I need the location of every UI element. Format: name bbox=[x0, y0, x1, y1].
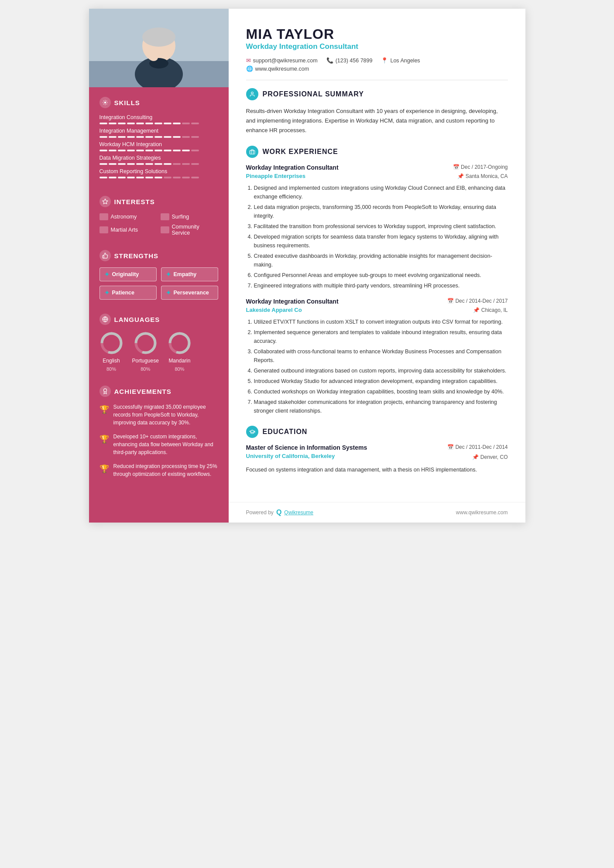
language-pct: 80% bbox=[106, 366, 116, 372]
job-bullet: Collaborated with cross-functional teams… bbox=[254, 347, 508, 365]
job-bullet: Implemented sequence generators and temp… bbox=[254, 328, 508, 345]
powered-by-label: Powered by bbox=[246, 509, 274, 516]
skill-dash bbox=[109, 136, 117, 138]
interest-label: Surfing bbox=[172, 214, 189, 220]
skill-dash bbox=[118, 150, 126, 151]
header-divider bbox=[246, 80, 508, 80]
svg-point-8 bbox=[149, 54, 158, 61]
skill-dash bbox=[191, 150, 199, 151]
strengths-grid: ✦Originality✦Empathy✦Patience✦Perseveran… bbox=[99, 267, 218, 300]
skill-dash bbox=[191, 123, 199, 124]
education-title: EDUCATION bbox=[246, 426, 508, 438]
achievement-text: Successfully migrated 35,000 employee re… bbox=[113, 403, 218, 427]
web-icon: 🌐 bbox=[246, 65, 253, 72]
job-bullet: Facilitated the transition from professi… bbox=[254, 222, 508, 231]
summary-text: Results-driven Workday Integration Consu… bbox=[246, 106, 508, 135]
skills-section: SKILLS Integration ConsultingIntegration… bbox=[89, 87, 229, 186]
skill-item: Workday HCM Integration bbox=[99, 141, 218, 151]
strength-label: Empathy bbox=[174, 271, 197, 277]
skill-item: Integration Management bbox=[99, 128, 218, 138]
education-section: EDUCATION Master of Science in Informati… bbox=[246, 426, 508, 474]
skill-dash bbox=[173, 163, 181, 165]
language-item: English 80% bbox=[99, 331, 123, 372]
job-bullet: Designed and implemented custom integrat… bbox=[254, 184, 508, 201]
qwik-logo-icon: Q bbox=[276, 509, 281, 516]
location-icon: 📍 bbox=[381, 57, 388, 64]
language-item: Mandarin 80% bbox=[168, 331, 192, 372]
skill-dash bbox=[154, 123, 162, 124]
skill-dash bbox=[136, 177, 144, 178]
skill-dash bbox=[164, 136, 172, 138]
job-bullet: Created executive dashboards in Workday,… bbox=[254, 252, 508, 269]
skill-dash bbox=[145, 150, 153, 151]
strength-icon: ✦ bbox=[104, 289, 110, 296]
skill-dash bbox=[127, 123, 135, 124]
footer-website: www.qwikresume.com bbox=[456, 509, 508, 516]
achievements-section: ACHIEVEMENTS 🏆Successfully migrated 35,0… bbox=[89, 376, 229, 489]
achievement-item: 🏆Successfully migrated 35,000 employee r… bbox=[99, 403, 218, 427]
strength-label: Perseverance bbox=[174, 290, 209, 296]
job-company: Lakeside Apparel Co bbox=[246, 307, 302, 313]
skill-dash bbox=[99, 136, 107, 138]
interests-icon bbox=[99, 196, 111, 207]
sidebar: SKILLS Integration ConsultingIntegration… bbox=[89, 9, 229, 523]
skill-bar bbox=[99, 150, 218, 151]
skill-dash bbox=[173, 150, 181, 151]
skill-dash bbox=[182, 177, 190, 178]
skill-dash bbox=[127, 177, 135, 178]
skill-bar bbox=[99, 123, 218, 124]
achievement-icon: 🏆 bbox=[99, 463, 109, 478]
skill-dash bbox=[136, 150, 144, 151]
achievement-text: Developed 10+ custom integrations, enhan… bbox=[113, 433, 218, 456]
header: MIA TAYLOR Workday Integration Consultan… bbox=[246, 26, 508, 72]
achievement-icon: 🏆 bbox=[99, 404, 109, 427]
email-icon: ✉ bbox=[246, 57, 251, 64]
summary-icon bbox=[246, 88, 258, 100]
edu-header: Master of Science in Information Systems… bbox=[246, 444, 508, 451]
job-bullets: Utilized ETV/XTT functions in custom XSL… bbox=[246, 318, 508, 415]
interest-item: Surfing bbox=[161, 213, 218, 220]
svg-point-18 bbox=[139, 337, 151, 349]
strengths-section: STRENGTHS ✦Originality✦Empathy✦Patience✦… bbox=[89, 240, 229, 304]
job-bullet: Introduced Workday Studio for advanced i… bbox=[254, 377, 508, 386]
phone-icon: 📞 bbox=[326, 57, 333, 64]
svg-point-15 bbox=[105, 337, 117, 349]
main-content: MIA TAYLOR Workday Integration Consultan… bbox=[229, 9, 525, 502]
strength-badge: ✦Perseverance bbox=[161, 286, 218, 300]
skill-item: Integration Consulting bbox=[99, 114, 218, 124]
job-title: Workday Integration Consultant bbox=[246, 164, 339, 171]
skill-dash bbox=[173, 136, 181, 138]
job-bullet: Conducted workshops on Workday integrati… bbox=[254, 387, 508, 396]
job-bullet: Utilized ETV/XTT functions in custom XSL… bbox=[254, 318, 508, 326]
language-circle bbox=[168, 331, 192, 355]
strength-icon: ✦ bbox=[104, 271, 110, 278]
achievements-list: 🏆Successfully migrated 35,000 employee r… bbox=[99, 403, 218, 478]
skill-dash bbox=[182, 163, 190, 165]
interest-icon bbox=[161, 226, 169, 233]
skill-dash bbox=[145, 177, 153, 178]
skill-dash bbox=[164, 177, 172, 178]
strength-badge: ✦Empathy bbox=[161, 267, 218, 281]
skill-bar bbox=[99, 163, 218, 165]
skill-dash bbox=[164, 163, 172, 165]
interest-item: Martial Arts bbox=[99, 224, 157, 236]
skill-dash bbox=[99, 177, 107, 178]
strengths-icon bbox=[99, 250, 111, 261]
edu-school: University of California, Berkeley bbox=[246, 453, 335, 459]
job-header: Workday Integration Consultant 📅 Dec / 2… bbox=[246, 164, 508, 171]
contact-row-2: 🌐 www.qwikresume.com bbox=[246, 65, 508, 72]
language-name: Mandarin bbox=[168, 358, 190, 364]
svg-point-23 bbox=[251, 92, 253, 94]
skill-dash bbox=[154, 150, 162, 151]
job-bullet: Configured Personnel Areas and employee … bbox=[254, 271, 508, 280]
achievement-icon: 🏆 bbox=[99, 434, 109, 456]
work-icon bbox=[246, 146, 258, 158]
skill-dash bbox=[99, 150, 107, 151]
languages-row: English 80% Portuguese 80% Mandarin 80% bbox=[99, 331, 218, 372]
interest-icon bbox=[161, 213, 169, 220]
skill-name: Integration Consulting bbox=[99, 114, 218, 120]
edu-location: 📌 Denver, CO bbox=[472, 453, 508, 461]
interest-item: Astronomy bbox=[99, 213, 157, 220]
skill-dash bbox=[173, 123, 181, 124]
skill-dash bbox=[127, 163, 135, 165]
